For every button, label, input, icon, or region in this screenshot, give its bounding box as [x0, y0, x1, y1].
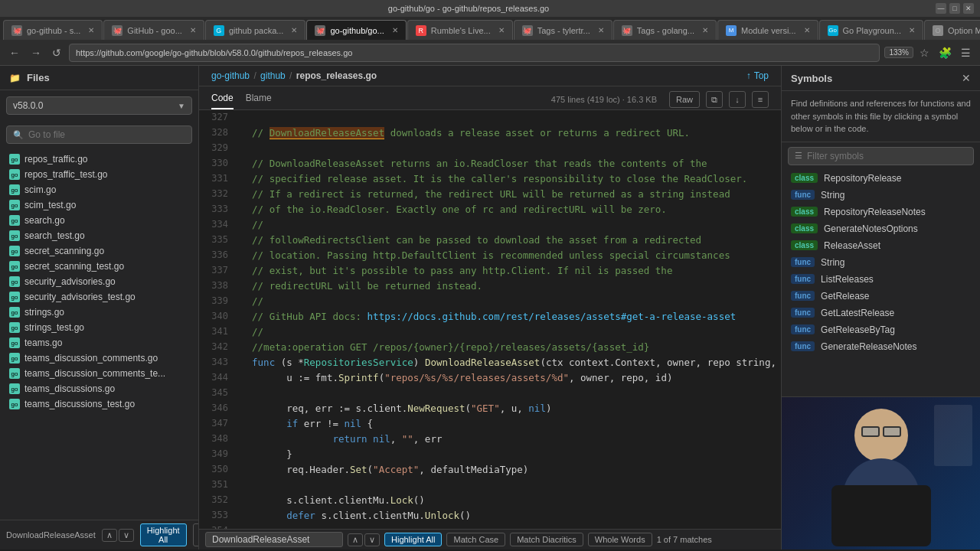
file-item-repos-traffic-test[interactable]: go repos_traffic_test.go — [0, 167, 198, 182]
download-button[interactable]: ↓ — [729, 91, 746, 108]
tab-2[interactable]: 🐙 GitHub - goo... ✕ — [103, 20, 204, 40]
tab-9[interactable]: Go Go Playgroun... ✕ — [819, 20, 923, 40]
tab-blame[interactable]: Blame — [246, 90, 272, 109]
close-button[interactable]: ✕ — [963, 3, 974, 14]
symbol-get-release[interactable]: func GetRelease — [782, 288, 980, 305]
symbols-close-button[interactable]: ✕ — [962, 72, 971, 84]
tab-3[interactable]: G github packa... ✕ — [205, 20, 306, 40]
extensions-button[interactable]: 🧩 — [936, 44, 955, 62]
find-next-button[interactable]: ∨ — [119, 529, 134, 542]
symbols-filter-input[interactable] — [807, 151, 967, 161]
file-item-scim-test[interactable]: go scim_test.go — [0, 197, 198, 213]
menu-button[interactable]: ☰ — [958, 44, 974, 62]
raw-button[interactable]: Raw — [669, 91, 700, 108]
copy-button[interactable]: ⧉ — [706, 91, 723, 108]
tab-7[interactable]: 🐙 Tags - golang... ✕ — [613, 20, 717, 40]
symbol-generate-notes-options[interactable]: class GenerateNotesOptions — [782, 220, 980, 237]
line-content: //meta:operation GET /repos/{owner}/{rep… — [237, 340, 781, 355]
tab-5[interactable]: R Rumble's Live... ✕ — [407, 20, 513, 40]
sidebar-toggle-button[interactable]: ≡ — [752, 91, 769, 108]
minimize-button[interactable]: — — [936, 3, 946, 14]
code-editor[interactable]: 327 328 // DownloadReleaseAsset download… — [199, 110, 781, 529]
file-item-security-advisories[interactable]: go security_advisories.go — [0, 274, 198, 289]
tab-close-1[interactable]: ✕ — [88, 26, 94, 34]
symbol-get-release-by-tag[interactable]: func GetReleaseByTag — [782, 321, 980, 338]
match-diacritics-toggle[interactable]: Match Diacritics — [510, 533, 583, 546]
tab-close-4[interactable]: ✕ — [392, 26, 398, 34]
file-item-secret-scanning-test[interactable]: go secret_scanning_test.go — [0, 259, 198, 274]
tab-4[interactable]: 🐙 go-github/go... ✕ — [306, 20, 406, 40]
org-link[interactable]: github — [260, 70, 286, 81]
file-item-strings-test[interactable]: go strings_test.go — [0, 320, 198, 335]
tab-close-5[interactable]: ✕ — [498, 26, 505, 34]
line-content: u := fmt.Sprintf("repos/%s/%s/releases/a… — [237, 370, 781, 386]
file-item-security-advisories-test[interactable]: go security_advisories_test.go — [0, 289, 198, 305]
tab-close-7[interactable]: ✕ — [702, 26, 708, 34]
match-case-button[interactable]: Match Case — [193, 523, 199, 546]
maximize-button[interactable]: □ — [949, 3, 960, 14]
symbol-generate-release-notes[interactable]: func GenerateReleaseNotes — [782, 338, 980, 355]
tab-label-2: GitHub - goo... — [127, 26, 182, 35]
tab-6[interactable]: 🐙 Tags - tylertr... ✕ — [514, 20, 612, 40]
line-number: 331 — [199, 171, 237, 187]
back-button[interactable]: ← — [6, 44, 23, 62]
line-content: defer s.client.clientMu.Unlock() — [237, 508, 781, 523]
symbol-get-latest-release[interactable]: func GetLatestRelease — [782, 305, 980, 321]
url-bar[interactable]: https://github.com/google/go-github/blob… — [69, 44, 880, 62]
code-meta: 475 lines (419 loc) · 16.3 KB — [551, 95, 657, 104]
file-item-teams-discussion-comments-te[interactable]: go teams_discussion_comments_te... — [0, 366, 198, 381]
file-item-search-test[interactable]: go search_test.go — [0, 228, 198, 243]
file-item-scim[interactable]: go scim.go — [0, 182, 198, 197]
file-item-teams-discussion-comments[interactable]: go teams_discussion_comments.go — [0, 350, 198, 366]
symbols-filter-box[interactable]: ☰ — [788, 147, 974, 165]
symbol-type-badge: func — [791, 190, 815, 200]
tab-1[interactable]: 🐙 go-github - s... ✕ — [3, 20, 103, 40]
file-search-box[interactable]: 🔍 — [6, 126, 192, 144]
symbol-repository-release[interactable]: class RepositoryRelease — [782, 170, 980, 187]
file-name: strings.go — [24, 307, 64, 318]
highlight-all-toggle[interactable]: Highlight All — [384, 533, 442, 546]
find-prev-nav-button[interactable]: ∧ — [348, 533, 363, 546]
tab-close-8[interactable]: ✕ — [804, 26, 810, 34]
symbol-release-asset[interactable]: class ReleaseAsset — [782, 237, 980, 254]
file-item-teams-discussions[interactable]: go teams_discussions.go — [0, 381, 198, 396]
line-number: 344 — [199, 370, 237, 386]
tab-code[interactable]: Code — [211, 90, 234, 109]
bookmark-button[interactable]: ☆ — [916, 44, 933, 62]
find-input[interactable] — [205, 532, 343, 547]
match-case-toggle[interactable]: Match Case — [446, 533, 505, 546]
reload-button[interactable]: ↺ — [49, 44, 64, 62]
code-line-351: 351 — [199, 478, 781, 493]
symbol-type-badge: func — [791, 291, 815, 301]
file-search-input[interactable] — [28, 129, 185, 140]
symbol-string-2[interactable]: func String — [782, 254, 980, 271]
find-label: DownloadReleaseAsset — [6, 530, 96, 540]
tab-close-9[interactable]: ✕ — [909, 26, 915, 34]
tab-close-2[interactable]: ✕ — [190, 26, 196, 34]
highlight-all-button[interactable]: Highlight All — [140, 523, 187, 546]
file-item-strings[interactable]: go strings.go — [0, 305, 198, 320]
repo-link[interactable]: go-github — [211, 70, 250, 81]
tab-10[interactable]: O Option Monad... ✕ — [924, 20, 980, 40]
find-prev-button[interactable]: ∧ — [102, 529, 117, 542]
forward-button[interactable]: → — [28, 44, 44, 62]
top-link[interactable]: ↑ Top — [746, 70, 769, 81]
find-next-nav-button[interactable]: ∨ — [364, 533, 380, 546]
symbol-list-releases[interactable]: func ListReleases — [782, 271, 980, 288]
whole-words-toggle[interactable]: Whole Words — [588, 533, 652, 546]
file-name: secret_scanning.go — [24, 246, 104, 256]
symbol-repository-release-notes[interactable]: class RepositoryReleaseNotes — [782, 204, 980, 220]
file-item-secret-scanning[interactable]: go secret_scanning.go — [0, 243, 198, 259]
symbol-string-1[interactable]: func String — [782, 187, 980, 204]
version-selector[interactable]: v58.0.0 ▼ — [6, 96, 192, 115]
breadcrumb-sep-1: / — [253, 70, 259, 81]
file-item-search[interactable]: go search.go — [0, 213, 198, 228]
tab-close-6[interactable]: ✕ — [598, 26, 604, 34]
tab-8[interactable]: M Module versi... ✕ — [717, 20, 818, 40]
symbol-name: String — [821, 257, 844, 268]
line-content: req.Header.Set("Accept", defaultMediaTyp… — [237, 462, 781, 478]
tab-close-3[interactable]: ✕ — [291, 26, 297, 34]
file-item-teams-discussions-test[interactable]: go teams_discussions_test.go — [0, 396, 198, 412]
file-item-repos-traffic[interactable]: go repos_traffic.go — [0, 152, 198, 167]
file-item-teams[interactable]: go teams.go — [0, 335, 198, 350]
